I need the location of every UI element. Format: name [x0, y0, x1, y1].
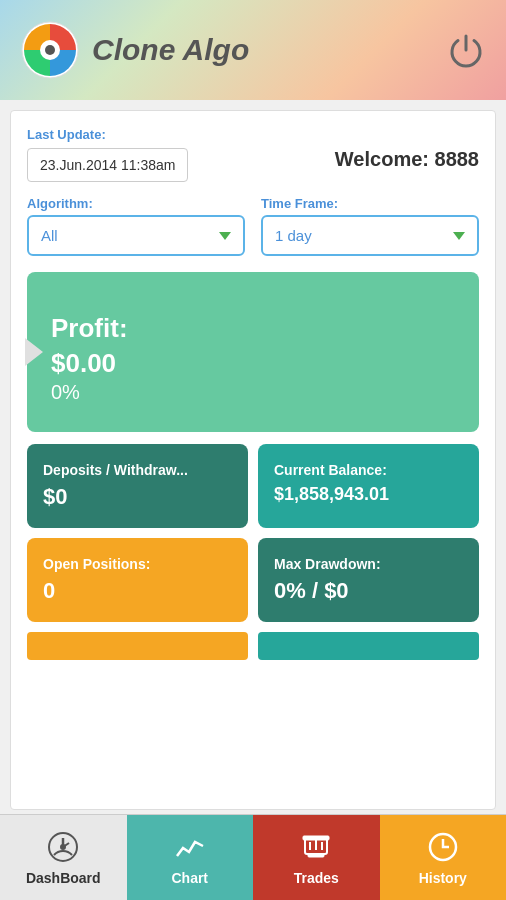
chart-icon [173, 830, 207, 864]
timeframe-dropdown-arrow [453, 232, 465, 240]
logo-container: Clone Algo [20, 20, 249, 80]
app-logo-icon [20, 20, 80, 80]
nav-item-chart[interactable]: Chart [127, 815, 254, 900]
open-positions-card: Open Positions: 0 [27, 538, 248, 622]
timeframe-value: 1 day [275, 227, 312, 244]
dashboard-icon [46, 830, 80, 864]
last-update-section: Last Update: 23.Jun.2014 11:38am [27, 127, 188, 182]
deposits-card: Deposits / Withdraw... $0 [27, 444, 248, 528]
power-icon [448, 32, 484, 68]
nav-label-history: History [419, 870, 467, 886]
app-title: Clone Algo [92, 33, 249, 67]
max-drawdown-card: Max Drawdown: 0% / $0 [258, 538, 479, 622]
timeframe-dropdown[interactable]: 1 day [261, 215, 479, 256]
last-update-value: 23.Jun.2014 11:38am [27, 148, 188, 182]
bottom-navigation: DashBoard Chart Trades History [0, 814, 506, 900]
bottom-strip [27, 632, 479, 660]
nav-item-history[interactable]: History [380, 815, 507, 900]
stats-grid: Deposits / Withdraw... $0 Current Balanc… [27, 444, 479, 622]
selectors-row: Algorithm: All Time Frame: 1 day [27, 196, 479, 256]
profit-label: Profit: [51, 313, 455, 344]
algorithm-selector-group: Algorithm: All [27, 196, 245, 256]
power-button[interactable] [446, 30, 486, 70]
nav-label-chart: Chart [171, 870, 208, 886]
nav-item-trades[interactable]: Trades [253, 815, 380, 900]
main-card: Last Update: 23.Jun.2014 11:38am Welcome… [10, 110, 496, 810]
svg-point-4 [61, 845, 65, 849]
algorithm-value: All [41, 227, 58, 244]
balance-card: Current Balance: $1,858,943.01 [258, 444, 479, 528]
last-update-label: Last Update: [27, 127, 188, 142]
profit-block: Profit: $0.00 0% [27, 272, 479, 432]
strip-left [27, 632, 248, 660]
trades-icon [299, 830, 333, 864]
balance-value: $1,858,943.01 [274, 484, 463, 505]
svg-rect-9 [303, 836, 329, 840]
nav-item-dashboard[interactable]: DashBoard [0, 815, 127, 900]
algorithm-dropdown[interactable]: All [27, 215, 245, 256]
profit-percent: 0% [51, 381, 455, 404]
strip-right [258, 632, 479, 660]
profit-arrow-indicator [25, 338, 43, 366]
history-icon [426, 830, 460, 864]
profit-value: $0.00 [51, 348, 455, 379]
nav-label-dashboard: DashBoard [26, 870, 101, 886]
app-header: Clone Algo [0, 0, 506, 100]
svg-point-2 [45, 45, 55, 55]
welcome-text: Welcome: 8888 [335, 148, 479, 171]
deposits-label: Deposits / Withdraw... [43, 462, 232, 478]
algorithm-label: Algorithm: [27, 196, 245, 211]
balance-label: Current Balance: [274, 462, 463, 478]
algorithm-dropdown-arrow [219, 232, 231, 240]
svg-rect-10 [308, 854, 324, 857]
open-positions-value: 0 [43, 578, 232, 604]
deposits-value: $0 [43, 484, 232, 510]
timeframe-label: Time Frame: [261, 196, 479, 211]
max-drawdown-value: 0% / $0 [274, 578, 463, 604]
open-positions-label: Open Positions: [43, 556, 232, 572]
nav-label-trades: Trades [294, 870, 339, 886]
max-drawdown-label: Max Drawdown: [274, 556, 463, 572]
top-info-row: Last Update: 23.Jun.2014 11:38am Welcome… [27, 127, 479, 182]
timeframe-selector-group: Time Frame: 1 day [261, 196, 479, 256]
